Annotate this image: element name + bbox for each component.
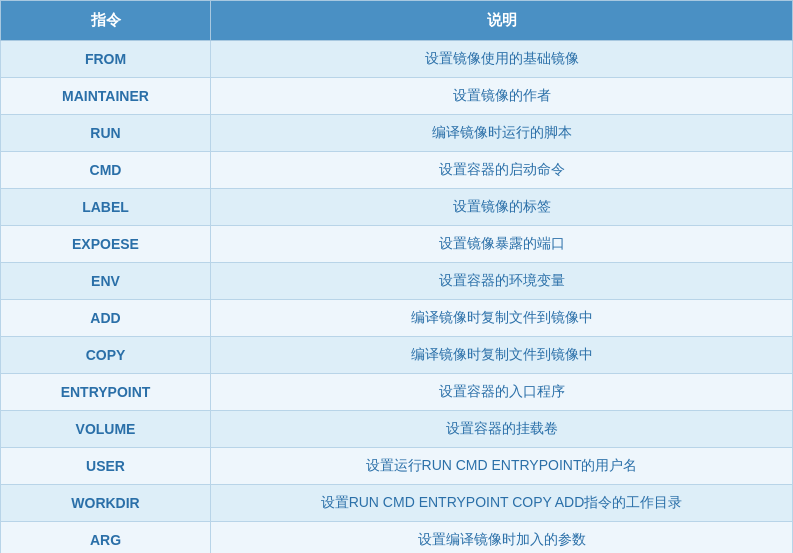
cmd-cell: COPY: [1, 337, 211, 374]
table-row: COPY编译镜像时复制文件到镜像中: [1, 337, 793, 374]
main-container: 指令 说明 FROM设置镜像使用的基础镜像MAINTAINER设置镜像的作者RU…: [0, 0, 793, 553]
header-cmd: 指令: [1, 1, 211, 41]
cmd-cell: MAINTAINER: [1, 78, 211, 115]
cmd-cell: ENTRYPOINT: [1, 374, 211, 411]
table-row: VOLUME设置容器的挂载卷: [1, 411, 793, 448]
desc-cell: 编译镜像时复制文件到镜像中: [211, 300, 793, 337]
table-row: FROM设置镜像使用的基础镜像: [1, 41, 793, 78]
table-row: ADD编译镜像时复制文件到镜像中: [1, 300, 793, 337]
desc-cell: 设置容器的启动命令: [211, 152, 793, 189]
table-row: RUN编译镜像时运行的脚本: [1, 115, 793, 152]
cmd-cell: ENV: [1, 263, 211, 300]
cmd-cell: ARG: [1, 522, 211, 554]
table-row: MAINTAINER设置镜像的作者: [1, 78, 793, 115]
cmd-cell: FROM: [1, 41, 211, 78]
cmd-cell: EXPOESE: [1, 226, 211, 263]
desc-cell: 设置编译镜像时加入的参数: [211, 522, 793, 554]
desc-cell: 设置运行RUN CMD ENTRYPOINT的用户名: [211, 448, 793, 485]
desc-cell: 设置镜像的标签: [211, 189, 793, 226]
table-row: WORKDIR设置RUN CMD ENTRYPOINT COPY ADD指令的工…: [1, 485, 793, 522]
desc-cell: 编译镜像时复制文件到镜像中: [211, 337, 793, 374]
desc-cell: 设置RUN CMD ENTRYPOINT COPY ADD指令的工作目录: [211, 485, 793, 522]
table-row: ENV设置容器的环境变量: [1, 263, 793, 300]
dockerfile-table: 指令 说明 FROM设置镜像使用的基础镜像MAINTAINER设置镜像的作者RU…: [0, 0, 793, 553]
desc-cell: 设置容器的挂载卷: [211, 411, 793, 448]
table-row: CMD设置容器的启动命令: [1, 152, 793, 189]
cmd-cell: CMD: [1, 152, 211, 189]
cmd-cell: ADD: [1, 300, 211, 337]
desc-cell: 编译镜像时运行的脚本: [211, 115, 793, 152]
cmd-cell: LABEL: [1, 189, 211, 226]
desc-cell: 设置容器的入口程序: [211, 374, 793, 411]
cmd-cell: WORKDIR: [1, 485, 211, 522]
table-row: ENTRYPOINT设置容器的入口程序: [1, 374, 793, 411]
table-row: LABEL设置镜像的标签: [1, 189, 793, 226]
cmd-cell: USER: [1, 448, 211, 485]
header-desc: 说明: [211, 1, 793, 41]
table-header-row: 指令 说明: [1, 1, 793, 41]
table-row: USER设置运行RUN CMD ENTRYPOINT的用户名: [1, 448, 793, 485]
desc-cell: 设置镜像暴露的端口: [211, 226, 793, 263]
desc-cell: 设置镜像使用的基础镜像: [211, 41, 793, 78]
cmd-cell: RUN: [1, 115, 211, 152]
table-row: ARG设置编译镜像时加入的参数: [1, 522, 793, 554]
table-row: EXPOESE设置镜像暴露的端口: [1, 226, 793, 263]
cmd-cell: VOLUME: [1, 411, 211, 448]
desc-cell: 设置镜像的作者: [211, 78, 793, 115]
desc-cell: 设置容器的环境变量: [211, 263, 793, 300]
